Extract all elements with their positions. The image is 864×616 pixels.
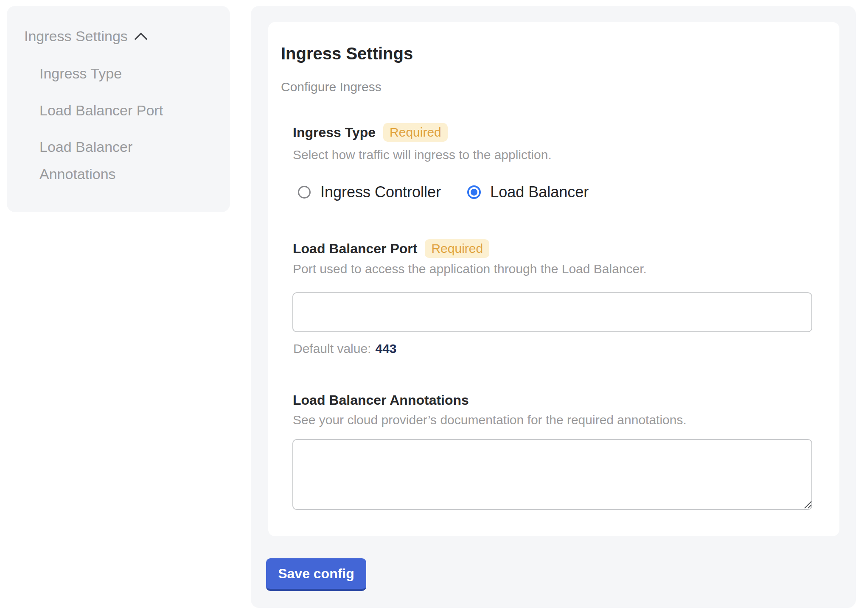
ingress-type-radio-group: Ingress Controller Load Balancer — [298, 185, 589, 200]
page-subtitle: Configure Ingress — [281, 81, 382, 93]
field-description-load-balancer-annotations: See your cloud provider’s documentation … — [293, 414, 687, 426]
field-description-ingress-type: Select how traffic will ingress to the a… — [293, 148, 552, 161]
radio-label: Load Balancer — [490, 185, 589, 200]
section-load-balancer-port-header: Load Balancer Port Required — [293, 239, 489, 258]
default-value-row: Default value: 443 — [293, 342, 397, 355]
load-balancer-port-input[interactable] — [292, 292, 812, 332]
chevron-up-icon — [134, 32, 148, 40]
sidebar-item-load-balancer-port[interactable]: Load Balancer Port — [39, 97, 206, 124]
field-description-load-balancer-port: Port used to access the application thro… — [293, 263, 647, 275]
page: Ingress Settings Ingress Type Load Balan… — [0, 0, 864, 616]
settings-card: Ingress Settings Configure Ingress Ingre… — [268, 22, 839, 536]
radio-unselected-icon[interactable] — [298, 186, 311, 199]
default-value-label: Default value: — [293, 342, 371, 355]
main-panel: Ingress Settings Configure Ingress Ingre… — [251, 6, 856, 608]
sidebar-item-ingress-type[interactable]: Ingress Type — [39, 60, 206, 87]
section-ingress-type-header: Ingress Type Required — [293, 123, 448, 142]
radio-selected-icon[interactable] — [467, 185, 481, 199]
default-value-number: 443 — [375, 342, 396, 355]
sidebar-section-label: Ingress Settings — [24, 29, 128, 43]
field-label-load-balancer-annotations: Load Balancer Annotations — [293, 393, 469, 407]
field-label-ingress-type: Ingress Type — [293, 123, 376, 142]
required-badge: Required — [383, 123, 448, 142]
radio-option-ingress-controller[interactable]: Ingress Controller — [298, 185, 441, 200]
save-config-button[interactable]: Save config — [266, 558, 366, 591]
sidebar-section-ingress-settings[interactable]: Ingress Settings — [24, 29, 148, 43]
load-balancer-annotations-textarea[interactable] — [292, 439, 812, 510]
page-title: Ingress Settings — [281, 45, 413, 62]
radio-option-load-balancer[interactable]: Load Balancer — [467, 185, 589, 200]
resize-handle-icon[interactable] — [804, 501, 812, 509]
required-badge: Required — [425, 239, 489, 258]
sidebar-nav: Ingress Settings Ingress Type Load Balan… — [7, 6, 230, 212]
field-label-load-balancer-port: Load Balancer Port — [293, 239, 417, 258]
sidebar-item-load-balancer-annotations[interactable]: Load Balancer Annotations — [39, 133, 206, 188]
radio-label: Ingress Controller — [320, 185, 441, 200]
